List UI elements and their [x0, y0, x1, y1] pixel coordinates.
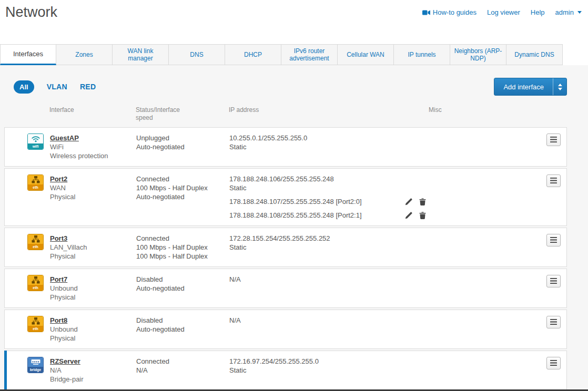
interface-status-cell: DisabledAuto-negotiated: [136, 269, 229, 307]
row-menu-button[interactable]: [546, 357, 561, 369]
interface-name-cell: Port3LAN_VillachPhysical: [50, 228, 136, 266]
status-line: Auto-negotiated: [136, 284, 229, 293]
table-row-port3: ethPort3LAN_VillachPhysicalConnected100 …: [4, 228, 567, 267]
column-header-status-interface-speed: Status/Interface speed: [136, 106, 191, 122]
status-line: 100 Mbps - Half Duplex: [136, 252, 229, 261]
interface-name-link[interactable]: Port2: [50, 174, 67, 183]
caret-up-icon: [558, 84, 562, 86]
column-header-interface: Interface: [49, 106, 136, 122]
interface-name-link[interactable]: Port7: [50, 275, 67, 284]
row-menu-button[interactable]: [546, 133, 561, 146]
interface-status-cell: UnpluggedAuto-negotiated: [136, 128, 229, 166]
status-line: 100 Mbps - Half Duplex: [136, 183, 229, 192]
misc-cell: [429, 351, 545, 389]
filter-bar: AllVLANRED Add interface: [4, 65, 567, 96]
tab-label: Dynamic DNS: [514, 51, 554, 58]
hamburger-icon: [550, 277, 557, 286]
filter-vlan[interactable]: VLAN: [47, 83, 67, 91]
table-row-port8: ethPort8UnboundPhysicalDisabledAuto-nego…: [4, 310, 567, 349]
interface-name-link[interactable]: GuestAP: [50, 133, 79, 142]
tab-label: WAN link manager: [115, 47, 166, 62]
eth-glyph-icon: [28, 234, 43, 244]
eth-interface-icon: eth: [27, 316, 44, 332]
delete-icon[interactable]: [419, 198, 426, 205]
video-icon: [422, 10, 430, 15]
row-menu-cell: [545, 269, 566, 307]
toplink-label: Help: [531, 8, 545, 16]
icon-tag: eth: [28, 285, 43, 291]
edit-icon[interactable]: [405, 198, 413, 205]
row-menu-button[interactable]: [546, 174, 561, 187]
ip-address-cell: 172.28.155.254/255.255.255.252Static: [229, 228, 429, 266]
edit-icon[interactable]: [405, 211, 413, 219]
filter-red[interactable]: RED: [80, 83, 96, 91]
toplink-help[interactable]: Help: [531, 8, 545, 16]
interface-status-cell: Connected100 Mbps - Half DuplexAuto-nego…: [136, 169, 229, 225]
toplink-how-to-guides[interactable]: How-to guides: [422, 8, 477, 16]
misc-cell: [429, 228, 545, 266]
status-line: Auto-negotiated: [136, 142, 229, 151]
ip-address: 178.188.248.106/255.255.255.248: [229, 174, 429, 183]
tab-wan-link-manager[interactable]: WAN link manager: [113, 44, 169, 65]
column-header-misc: Misc: [429, 106, 544, 122]
wifi-interface-icon: wifi: [27, 133, 44, 150]
row-menu-cell: [545, 228, 566, 266]
interface-detail: WiFi: [50, 142, 136, 151]
ip-address: 10.255.0.1/255.255.255.0: [229, 133, 429, 142]
caret-down-icon: [558, 88, 562, 90]
network-page: Network How-to guidesLog viewerHelpadmin…: [0, 0, 588, 391]
tab-dhcp[interactable]: DHCP: [225, 44, 281, 65]
hamburger-icon: [550, 136, 557, 145]
ip-address-cell: 10.255.0.1/255.255.255.0Static: [229, 128, 429, 166]
status-line: Disabled: [136, 316, 229, 325]
tab-ip-tunnels[interactable]: IP tunnels: [394, 44, 450, 65]
toplink-log-viewer[interactable]: Log viewer: [487, 8, 520, 16]
add-interface-button[interactable]: Add interface: [494, 78, 567, 96]
tab-zones[interactable]: Zones: [56, 44, 113, 65]
tab-label: Cellular WAN: [347, 51, 384, 58]
table-row-guestap: wifiGuestAPWiFiWireless protectionUnplug…: [4, 127, 567, 167]
tab-interfaces[interactable]: Interfaces: [0, 44, 56, 65]
add-interface-dropdown[interactable]: [553, 78, 566, 95]
row-menu-button[interactable]: [546, 275, 561, 287]
toplink-admin[interactable]: admin: [555, 8, 582, 16]
status-line: Auto-negotiated: [136, 325, 229, 334]
tab-dns[interactable]: DNS: [169, 44, 225, 65]
filter-all[interactable]: All: [14, 80, 34, 94]
interface-name-link[interactable]: RZServer: [50, 357, 80, 366]
interface-detail: Physical: [50, 293, 136, 302]
interface-status-cell: Connected100 Mbps - Half Duplex100 Mbps …: [136, 228, 229, 266]
eth-glyph-icon: [28, 316, 43, 326]
tab-neighbors-arp-ndp[interactable]: Neighbors (ARP-NDP): [450, 44, 506, 65]
interface-table: wifiGuestAPWiFiWireless protectionUnplug…: [4, 127, 567, 390]
ip-address: N/A: [229, 316, 429, 325]
tab-label: DNS: [190, 51, 203, 58]
row-menu-button[interactable]: [546, 234, 561, 246]
interface-detail: Physical: [50, 192, 136, 201]
ip-assignment-type: Static: [229, 243, 429, 252]
bridge-glyph-icon: [28, 357, 43, 367]
tab-label: Neighbors (ARP-NDP): [453, 47, 503, 62]
column-header-ip-address: IP address: [229, 106, 429, 122]
tab-ipv6-router-advertisement[interactable]: IPv6 router advertisement: [281, 44, 338, 65]
interface-detail: LAN_Villach: [50, 243, 136, 252]
status-line: Connected: [136, 234, 229, 243]
delete-icon[interactable]: [419, 212, 426, 219]
tab-cellular-wan[interactable]: Cellular WAN: [338, 44, 394, 65]
ip-assignment-type: Static: [229, 366, 429, 375]
tab-bar: InterfacesZonesWAN link managerDNSDHCPIP…: [0, 44, 588, 65]
icon-tag: eth: [28, 184, 43, 190]
interface-name-link[interactable]: Port3: [50, 234, 67, 243]
view-filters: AllVLANRED: [14, 80, 96, 94]
tab-label: IP tunnels: [408, 51, 435, 58]
ip-address-cell: 172.16.97.254/255.255.255.0Static: [229, 351, 429, 389]
ip-assignment-type: Static: [229, 142, 429, 151]
tab-label: IPv6 router advertisement: [284, 47, 334, 62]
interface-name-link[interactable]: Port8: [50, 316, 67, 325]
ip-actions: [405, 211, 426, 219]
row-menu-button[interactable]: [546, 316, 561, 328]
tab-dynamic-dns[interactable]: Dynamic DNS: [506, 44, 563, 65]
ip-address: N/A: [229, 275, 429, 284]
ip-address-cell: 178.188.248.106/255.255.255.248Static178…: [229, 169, 429, 225]
status-line: Auto-negotiated: [136, 192, 229, 201]
